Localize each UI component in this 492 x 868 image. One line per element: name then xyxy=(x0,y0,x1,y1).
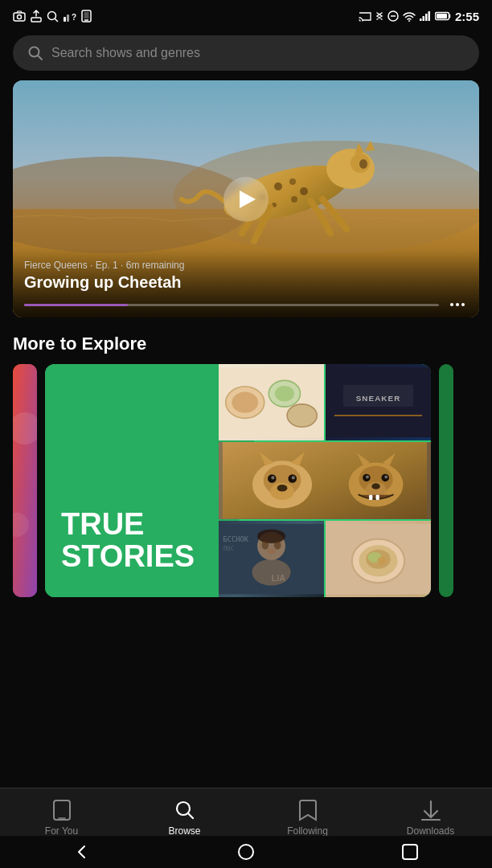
battery-icon xyxy=(435,11,451,21)
svg-rect-0 xyxy=(14,13,25,21)
bookmark-icon xyxy=(299,800,317,821)
section-header: More to Explore xyxy=(0,317,492,364)
svg-point-12 xyxy=(408,20,410,22)
nav-item-for-you[interactable]: For You xyxy=(0,800,123,837)
dot2 xyxy=(456,303,459,306)
search-nav-icon xyxy=(174,800,195,821)
svg-point-90 xyxy=(177,802,190,815)
svg-point-29 xyxy=(359,159,367,169)
signal-icon: ? xyxy=(64,10,76,22)
nav-label-for-you: For You xyxy=(45,825,78,837)
search-icon xyxy=(27,45,43,61)
svg-point-1 xyxy=(18,15,22,19)
hero-card: Fierce Queens · Ep. 1 · 6m remaining Gro… xyxy=(13,80,479,317)
nav-item-browse[interactable]: Browse xyxy=(123,800,246,837)
home-icon xyxy=(237,843,255,861)
partial-card-left-svg xyxy=(13,364,37,597)
nav-label-downloads: Downloads xyxy=(407,825,454,837)
more-options-button[interactable] xyxy=(447,300,468,309)
grid-cell-food1 xyxy=(219,364,324,440)
downloads-icon xyxy=(420,800,441,821)
svg-point-79 xyxy=(261,540,269,549)
svg-point-87 xyxy=(377,556,386,565)
grid-cell-sneaker: SNEAKER xyxy=(326,364,431,440)
true-stories-label: TRUESTORIES xyxy=(61,509,195,573)
status-right-icons: 2:55 xyxy=(359,10,479,23)
partial-card-left xyxy=(13,364,37,597)
svg-point-92 xyxy=(239,845,253,859)
svg-point-30 xyxy=(274,182,282,190)
search-bar-container: Search shows and genres xyxy=(0,29,492,80)
svg-point-44 xyxy=(287,404,317,427)
svg-text:БССНОК: БССНОК xyxy=(223,534,248,542)
progress-row xyxy=(24,300,468,309)
nav-label-following: Following xyxy=(287,825,328,837)
face-svg: БССНОК ЛОС LIA xyxy=(219,521,324,597)
search-bar[interactable]: Search shows and genres xyxy=(13,35,479,71)
svg-point-57 xyxy=(292,477,295,480)
hero-title: Growing up Cheetah xyxy=(24,273,468,292)
svg-point-41 xyxy=(232,392,258,413)
svg-point-81 xyxy=(267,548,276,554)
progress-bar xyxy=(24,304,439,306)
play-button[interactable] xyxy=(223,177,269,222)
svg-point-63 xyxy=(371,484,380,489)
svg-rect-88 xyxy=(54,800,70,820)
svg-rect-16 xyxy=(428,11,430,21)
food1-svg xyxy=(219,364,324,440)
svg-point-80 xyxy=(274,540,281,549)
true-stories-grid: SNEAKER xyxy=(219,364,431,597)
svg-rect-15 xyxy=(425,14,428,21)
home-button[interactable] xyxy=(235,841,257,863)
wifi-icon xyxy=(403,11,416,22)
svg-rect-13 xyxy=(420,18,422,21)
svg-point-35 xyxy=(291,196,297,203)
svg-rect-2 xyxy=(31,18,41,22)
recents-button[interactable] xyxy=(399,841,421,863)
lens-icon xyxy=(47,10,59,23)
hero-meta: Fierce Queens · Ep. 1 · 6m remaining xyxy=(24,260,468,271)
system-nav-bar xyxy=(0,836,492,868)
svg-rect-5 xyxy=(67,14,69,22)
svg-point-31 xyxy=(289,178,296,185)
svg-point-67 xyxy=(384,476,387,479)
cast-icon xyxy=(359,10,371,22)
camera-icon xyxy=(13,10,26,22)
dot3 xyxy=(461,303,465,306)
svg-rect-36 xyxy=(13,364,37,597)
svg-point-56 xyxy=(271,477,274,480)
play-triangle-icon xyxy=(240,190,256,208)
back-button[interactable] xyxy=(71,841,93,863)
upload-icon xyxy=(31,10,42,23)
partial-card-right xyxy=(439,364,453,597)
svg-rect-48 xyxy=(343,385,413,407)
recents-icon xyxy=(402,844,418,860)
minus-circle-icon xyxy=(387,10,399,22)
grid-cell-plate xyxy=(326,521,431,597)
browse-icon xyxy=(174,800,195,821)
horizontal-scroll[interactable]: TRUESTORIES SNEAKER xyxy=(0,364,492,597)
dot1 xyxy=(450,303,453,306)
bluetooth-icon xyxy=(375,10,383,22)
back-icon xyxy=(73,843,91,861)
nav-item-following[interactable]: Following xyxy=(246,800,369,837)
svg-rect-93 xyxy=(403,845,417,859)
true-stories-card[interactable]: TRUESTORIES SNEAKER xyxy=(45,364,431,597)
svg-rect-71 xyxy=(376,495,379,500)
svg-text:ЛОС: ЛОС xyxy=(223,544,234,551)
svg-rect-14 xyxy=(422,16,424,21)
sneaker-svg: SNEAKER xyxy=(326,364,431,440)
svg-point-53 xyxy=(277,485,288,491)
download-icon xyxy=(420,800,441,821)
svg-rect-4 xyxy=(64,17,66,22)
hero-info: Fierce Queens · Ep. 1 · 6m remaining Gro… xyxy=(13,250,479,317)
nav-label-browse: Browse xyxy=(168,825,200,837)
svg-rect-18 xyxy=(437,14,447,18)
grid-cell-face: БССНОК ЛОС LIA xyxy=(219,521,324,597)
svg-point-66 xyxy=(366,476,369,479)
tablet-icon xyxy=(52,800,72,821)
nav-item-downloads[interactable]: Downloads xyxy=(369,800,492,837)
grid-cell-hyena xyxy=(219,442,431,518)
for-you-icon xyxy=(51,800,72,821)
svg-rect-70 xyxy=(369,495,372,500)
